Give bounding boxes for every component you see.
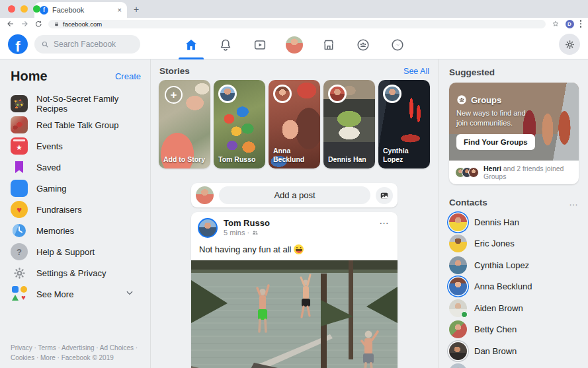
photo-icon bbox=[380, 191, 389, 200]
minimize-window-button[interactable] bbox=[21, 5, 28, 13]
marketplace-icon bbox=[321, 38, 336, 52]
nav-watch-tab[interactable] bbox=[243, 30, 277, 59]
contact-dennis-han[interactable]: Dennis Han bbox=[449, 211, 579, 233]
contact-dan-brown[interactable]: Dan Brown bbox=[449, 340, 579, 362]
contact-henri-cook[interactable]: Henri Cook bbox=[449, 362, 579, 368]
nav-notifications-tab[interactable] bbox=[208, 30, 243, 59]
sidebar-item-label: Not-So-Secret Family Recipes bbox=[36, 94, 141, 114]
story-card-add-to-story[interactable]: + Add to Story bbox=[159, 80, 210, 168]
legal-footer: Privacy · Terms · Advertising · Ad Choic… bbox=[11, 343, 138, 363]
address-bar[interactable]: facebook.com bbox=[48, 20, 546, 28]
groups-card-description: New ways to find and join communities. bbox=[456, 108, 526, 128]
sidebar-item-gaming[interactable]: Gaming bbox=[11, 178, 141, 199]
chevron-down-icon bbox=[125, 288, 134, 300]
settings-button[interactable] bbox=[559, 34, 580, 55]
sidebar-item-red-table-talk[interactable]: Red Table Talk Group bbox=[11, 114, 141, 135]
recipes-photo-icon bbox=[11, 95, 28, 112]
browser-profile-avatar[interactable]: D bbox=[566, 20, 574, 28]
stories-title: Stories bbox=[159, 66, 190, 76]
search-input[interactable]: Search Facebook bbox=[34, 35, 140, 54]
sidebar-item-see-more[interactable]: ♥ See More bbox=[11, 283, 141, 305]
sidebar-item-help-support[interactable]: Help & Support bbox=[11, 241, 141, 262]
story-card-anna-becklund[interactable]: Anna Becklund bbox=[269, 80, 320, 168]
sidebar-item-events[interactable]: Events bbox=[11, 135, 141, 157]
nav-groups-tab[interactable] bbox=[346, 30, 380, 59]
contact-name: Eric Jones bbox=[474, 239, 515, 248]
sidebar-item-label: Gaming bbox=[36, 184, 67, 194]
contact-aiden-brown[interactable]: Aiden Brown bbox=[449, 297, 579, 319]
nav-profile-tab[interactable] bbox=[277, 30, 312, 59]
forward-button[interactable] bbox=[21, 20, 28, 28]
create-link[interactable]: Create bbox=[115, 71, 141, 81]
avatar bbox=[449, 299, 467, 317]
post-photo-lake-jump[interactable] bbox=[191, 260, 398, 368]
facebook-favicon-icon: f bbox=[40, 6, 48, 15]
saved-bookmark-icon bbox=[11, 159, 28, 176]
page-title: Home bbox=[11, 69, 48, 84]
story-card-cynthia-lopez[interactable]: Cynthia Lopez bbox=[378, 80, 430, 168]
sidebar-item-saved[interactable]: Saved bbox=[11, 157, 141, 178]
contact-name: Anna Becklund bbox=[474, 281, 532, 291]
sidebar-item-label: See More bbox=[36, 289, 73, 299]
groups-icon bbox=[356, 38, 370, 52]
window-controls[interactable] bbox=[8, 5, 40, 13]
zoom-window-button[interactable] bbox=[33, 5, 40, 13]
back-button[interactable] bbox=[7, 20, 15, 28]
contacts-list: Dennis Han Eric Jones Cynthia Lopez Anna… bbox=[449, 211, 579, 368]
new-tab-button[interactable]: + bbox=[134, 4, 139, 15]
story-label: Add to Story bbox=[163, 155, 206, 164]
nav-home-tab[interactable] bbox=[174, 30, 208, 59]
sidebar-menu: Not-So-Secret Family Recipes Red Table T… bbox=[11, 93, 141, 305]
post-author-avatar[interactable] bbox=[198, 218, 218, 238]
story-card-dennis-han[interactable]: Dennis Han bbox=[323, 80, 375, 168]
contacts-menu-button[interactable]: … bbox=[569, 200, 579, 205]
find-your-groups-button[interactable]: Find Your Groups bbox=[456, 134, 535, 150]
contacts-title: Contacts bbox=[449, 198, 487, 207]
see-all-link[interactable]: See All bbox=[403, 67, 429, 76]
story-label: Anna Becklund bbox=[273, 147, 316, 164]
contact-cynthia-lopez[interactable]: Cynthia Lopez bbox=[449, 254, 579, 276]
bookmark-star-icon[interactable] bbox=[552, 20, 560, 28]
tongue-out-emoji bbox=[294, 244, 304, 254]
post-menu-button[interactable]: … bbox=[379, 215, 390, 226]
facebook-logo[interactable]: f bbox=[8, 34, 28, 54]
reload-button[interactable] bbox=[34, 20, 42, 28]
close-window-button[interactable] bbox=[8, 5, 15, 13]
sidebar-item-settings-privacy[interactable]: Settings & Privacy bbox=[11, 262, 141, 283]
avatar bbox=[449, 256, 467, 274]
gear-icon bbox=[564, 39, 575, 50]
nav-messenger-tab[interactable] bbox=[380, 30, 415, 59]
sidebar-item-fundraisers[interactable]: Fundraisers bbox=[11, 199, 141, 220]
events-calendar-icon bbox=[11, 137, 28, 155]
sidebar-item-label: Help & Support bbox=[36, 247, 95, 257]
sidebar-item-label: Fundraisers bbox=[36, 205, 82, 215]
lock-icon bbox=[54, 21, 60, 27]
contact-name: Aiden Brown bbox=[474, 303, 523, 313]
add-photo-button[interactable] bbox=[376, 187, 393, 204]
story-label: Cynthia Lopez bbox=[383, 147, 426, 164]
sidebar-item-label: Memories bbox=[36, 226, 74, 236]
friends-audience-icon bbox=[251, 229, 259, 237]
search-icon bbox=[41, 40, 50, 49]
close-tab-icon[interactable]: × bbox=[118, 6, 122, 14]
avatar bbox=[196, 186, 214, 204]
browser-tab[interactable]: f Facebook × bbox=[34, 2, 127, 18]
story-label: Dennis Han bbox=[328, 155, 371, 164]
story-card-tom-russo[interactable]: Tom Russo bbox=[214, 80, 265, 168]
browser-menu-icon[interactable] bbox=[580, 20, 582, 28]
contact-eric-jones[interactable]: Eric Jones bbox=[449, 233, 579, 255]
contact-anna-becklund[interactable]: Anna Becklund bbox=[449, 276, 579, 298]
add-post-input[interactable]: Add a post bbox=[219, 186, 370, 204]
sidebar-item-memories[interactable]: Memories bbox=[11, 220, 141, 241]
suggested-title: Suggested bbox=[449, 67, 495, 77]
post-author-name[interactable]: Tom Russo bbox=[224, 218, 270, 228]
post-text: Not having any fun at all bbox=[199, 244, 291, 254]
friend-name: Henri bbox=[483, 165, 501, 172]
contact-betty-chen[interactable]: Betty Chen bbox=[449, 319, 579, 341]
suggested-groups-card[interactable]: Groups New ways to find and join communi… bbox=[449, 83, 579, 184]
nav-marketplace-tab[interactable] bbox=[312, 30, 346, 59]
left-sidebar: Home Create Not-So-Secret Family Recipes… bbox=[0, 59, 151, 368]
memories-clock-icon bbox=[11, 222, 28, 239]
contact-name: Dan Brown bbox=[474, 346, 517, 356]
sidebar-item-recipes-group[interactable]: Not-So-Secret Family Recipes bbox=[11, 93, 141, 114]
